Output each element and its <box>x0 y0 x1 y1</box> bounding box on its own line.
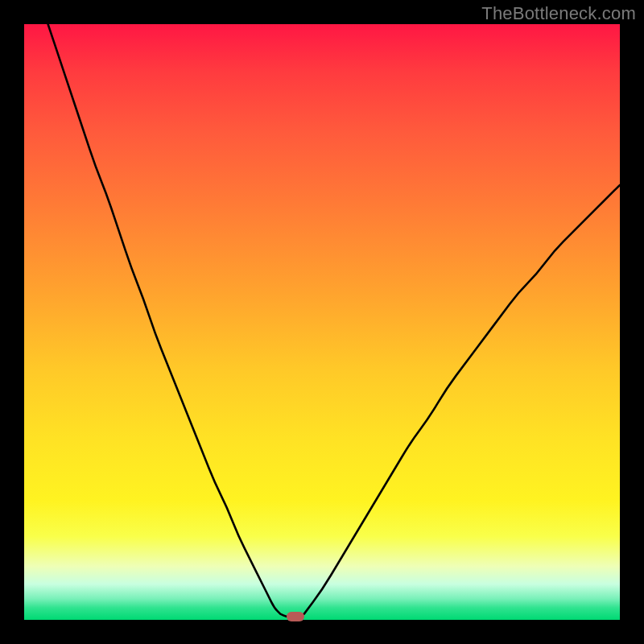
bottleneck-curve <box>48 24 620 617</box>
plot-area <box>24 24 620 620</box>
curve-svg <box>24 24 620 620</box>
optimum-marker <box>287 612 304 621</box>
watermark-text: TheBottleneck.com <box>481 3 636 24</box>
chart-frame: TheBottleneck.com <box>0 0 644 644</box>
